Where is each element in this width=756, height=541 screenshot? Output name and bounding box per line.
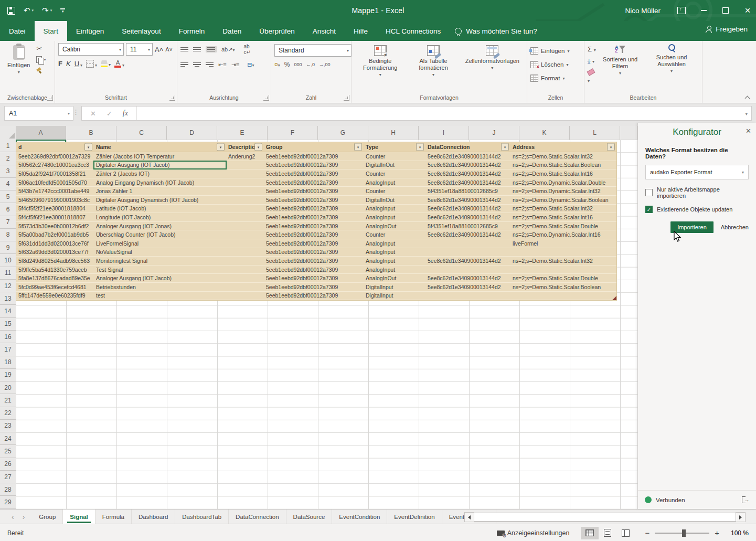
table-row[interactable]: 5f632a69dd3d0200013ce77fNoValueSignal5ee… bbox=[16, 248, 616, 257]
table-row[interactable]: 5f43b7e1742ccc0001abe449Jonas Zähler 15e… bbox=[16, 187, 616, 196]
format-select[interactable]: audako Exporter Format ▾ bbox=[645, 165, 749, 179]
table-cell[interactable]: AnalogInOut bbox=[364, 222, 425, 230]
column-header-F[interactable]: F bbox=[268, 126, 318, 140]
wrap-text-icon[interactable]: abc↵ bbox=[243, 44, 250, 55]
column-header-J[interactable]: J bbox=[469, 126, 519, 140]
row-header-21[interactable]: 21 bbox=[0, 394, 16, 407]
table-cell[interactable]: AnalogInput bbox=[364, 178, 425, 187]
table-cell[interactable]: 5f5a00bad7b2ef0001ab9db5 bbox=[16, 230, 94, 239]
table-cell[interactable]: Monitoringtest Signal bbox=[94, 257, 226, 265]
minimize-button[interactable] bbox=[699, 6, 708, 15]
format-painter-button[interactable] bbox=[36, 66, 46, 75]
column-header-I[interactable]: I bbox=[419, 126, 469, 140]
table-cell[interactable]: 5eeb1eebd92dbf00012a7309 bbox=[264, 178, 364, 187]
dialog-launcher-icon[interactable] bbox=[263, 95, 269, 101]
row-header-15[interactable]: 15 bbox=[0, 318, 16, 331]
row-header-8[interactable]: 8 bbox=[0, 229, 16, 241]
increase-decimal-icon[interactable]: ←,0 bbox=[306, 62, 315, 67]
align-middle-icon[interactable] bbox=[193, 47, 201, 52]
table-cell[interactable]: 5f573d3b30ee0b00012b6df2 bbox=[16, 222, 94, 230]
table-cell[interactable]: 5eeb1eebd92dbf00012a7309 bbox=[264, 239, 364, 248]
ribbon-tab-formeln[interactable]: Formeln bbox=[170, 21, 214, 41]
sheet-tab-dashboard[interactable]: Dashboard bbox=[132, 510, 175, 524]
confirm-entry-icon[interactable]: ✓ bbox=[107, 110, 112, 118]
table-cell[interactable]: Änderung2 bbox=[226, 152, 264, 161]
fill-color-button[interactable]: ▾ bbox=[101, 60, 111, 68]
dialog-launcher-icon[interactable] bbox=[47, 95, 53, 101]
table-cell[interactable]: 5fc0d99ae453f6ecefcd4681 bbox=[16, 283, 94, 291]
number-format-combo[interactable]: Standard▾ bbox=[274, 44, 352, 57]
table-cell[interactable]: 5ee8c62d1e340900013144d2 bbox=[425, 205, 510, 213]
table-cell[interactable] bbox=[510, 292, 616, 300]
row-header-23[interactable]: 23 bbox=[0, 420, 16, 432]
font-family-combo[interactable]: Calibri▾ bbox=[58, 43, 124, 56]
table-cell[interactable]: DigitalInput bbox=[364, 283, 425, 291]
row-header-28[interactable]: 28 bbox=[0, 483, 16, 496]
row-header-13[interactable]: 13 bbox=[0, 292, 16, 305]
column-header-E[interactable]: E bbox=[217, 126, 268, 140]
column-header-K[interactable]: K bbox=[519, 126, 570, 140]
sort-filter-button[interactable]: AZ Sortieren und Filtern▾ bbox=[596, 43, 644, 77]
table-cell[interactable]: 5ee8c62d1e340900013144d2 bbox=[425, 152, 510, 161]
table-cell[interactable]: 5ee8c62d1e340900013144d2 bbox=[425, 274, 510, 282]
copy-button[interactable]: ▾ bbox=[36, 55, 46, 63]
table-cell[interactable] bbox=[226, 222, 264, 230]
table-cell[interactable]: Analog Eingang Dynamisch (IOT Jacob) bbox=[94, 178, 226, 187]
table-row[interactable]: 5f0562c27480c10001ea3cc3Digitaler Ausgan… bbox=[16, 161, 616, 170]
previous-sheet-icon[interactable]: ‹ bbox=[12, 513, 14, 521]
table-cell[interactable]: 5ee8c62d1e340900013144d2 bbox=[425, 283, 510, 291]
table-cell[interactable]: 5eeb1eebd92dbf00012a7309 bbox=[264, 213, 364, 221]
increase-indent-icon[interactable]: ⇥≡ bbox=[231, 61, 240, 68]
checkbox-unchecked-icon[interactable] bbox=[645, 189, 653, 196]
table-cell[interactable]: AnalogInput bbox=[364, 213, 425, 221]
dialog-launcher-icon[interactable] bbox=[344, 95, 349, 101]
table-cell[interactable]: 5ee8c62d1e340900013144d2 bbox=[425, 169, 510, 178]
scroll-right-icon[interactable] bbox=[736, 512, 746, 522]
row-header-16[interactable]: 16 bbox=[0, 331, 16, 343]
column-header-D[interactable]: D bbox=[167, 126, 217, 140]
row-header-20[interactable]: 20 bbox=[0, 381, 16, 394]
table-cell[interactable]: 5eeb1eebd92dbf00012a7309 bbox=[264, 205, 364, 213]
checkbox-active-workbook[interactable]: Nur aktive Arbeitsmappe importieren bbox=[645, 186, 749, 199]
cancel-button[interactable]: Abbrechen bbox=[721, 224, 749, 230]
expand-formula-bar-icon[interactable]: ▾ bbox=[745, 111, 748, 116]
table-row[interactable]: 5f8d249d8025d4adb98cc563Monitoringtest S… bbox=[16, 257, 616, 266]
table-header-cell[interactable]: Description▾ bbox=[226, 142, 264, 152]
table-cell[interactable] bbox=[425, 292, 510, 300]
table-cell[interactable]: Zähler 2 (Jacobs IOT) bbox=[94, 169, 226, 178]
column-header-H[interactable]: H bbox=[368, 126, 419, 140]
table-cell[interactable]: Counter bbox=[364, 169, 425, 178]
table-row[interactable]: 5fc0d99ae453f6ecefcd4681Betriebsstunden5… bbox=[16, 283, 616, 292]
dialog-launcher-icon[interactable] bbox=[169, 95, 175, 101]
row-header-18[interactable]: 18 bbox=[0, 356, 16, 369]
import-button[interactable]: Importieren bbox=[670, 221, 714, 233]
table-cell[interactable]: Analoger Ausgang (IOT Jonas) bbox=[94, 222, 226, 230]
column-header-L[interactable]: L bbox=[570, 126, 620, 140]
row-header-29[interactable]: 29 bbox=[0, 496, 16, 508]
checkbox-update-objects[interactable]: ✓ Existierende Objekte updaten bbox=[645, 206, 749, 213]
format-as-table-button[interactable]: Als Tabelle formatieren▾ bbox=[408, 43, 459, 80]
table-cell[interactable] bbox=[226, 239, 264, 248]
table-cell[interactable]: 5eeb1eebd92dbf00012a7309 bbox=[264, 169, 364, 178]
ribbon-tab-überprüfen[interactable]: Überprüfen bbox=[250, 21, 304, 41]
table-cell[interactable]: Digitaler Ausgang Dynamisch (IOT Jacob) bbox=[94, 196, 226, 204]
display-settings-button[interactable]: Anzeigeeinstellungen bbox=[489, 529, 577, 537]
ribbon-tab-einfügen[interactable]: Einfügen bbox=[67, 21, 113, 41]
table-cell[interactable]: 5eeb1eebd92dbf00012a7309 bbox=[264, 152, 364, 161]
table-cell[interactable] bbox=[226, 230, 264, 239]
table-row[interactable]: 5f9ffe5ba54d1330e759acebTest Signal5eeb1… bbox=[16, 266, 616, 274]
table-cell[interactable]: 5f0562c27480c10001ea3cc3 bbox=[16, 161, 94, 169]
table-cell[interactable]: 5eeb1eebd92dbf00012a7309 bbox=[264, 257, 364, 265]
logout-icon[interactable] bbox=[742, 496, 749, 503]
find-select-button[interactable]: Suchen und Auswählen▾ bbox=[644, 43, 699, 75]
row-header-25[interactable]: 25 bbox=[0, 445, 16, 458]
table-cell[interactable]: ns=2;s=Demo.Dynamic.Scalar.Double bbox=[510, 178, 616, 187]
table-cell[interactable]: ns=2;s=Demo.Dynamic.Scalar.Int32 bbox=[510, 187, 616, 195]
column-header-C[interactable]: C bbox=[116, 126, 167, 140]
row-header-10[interactable]: 10 bbox=[0, 254, 16, 267]
user-name[interactable]: Nico Müller bbox=[625, 7, 661, 15]
table-cell[interactable]: ns=2;s=Demo.Dynamic.Scalar.Boolean bbox=[510, 196, 616, 204]
table-cell[interactable]: ns=2;s=Demo.Static.Scalar.Double bbox=[510, 274, 616, 282]
clear-button[interactable]: ▾ bbox=[588, 68, 596, 84]
table-cell[interactable]: ns=2;s=Demo.Static.Scalar.Boolean bbox=[510, 283, 616, 291]
